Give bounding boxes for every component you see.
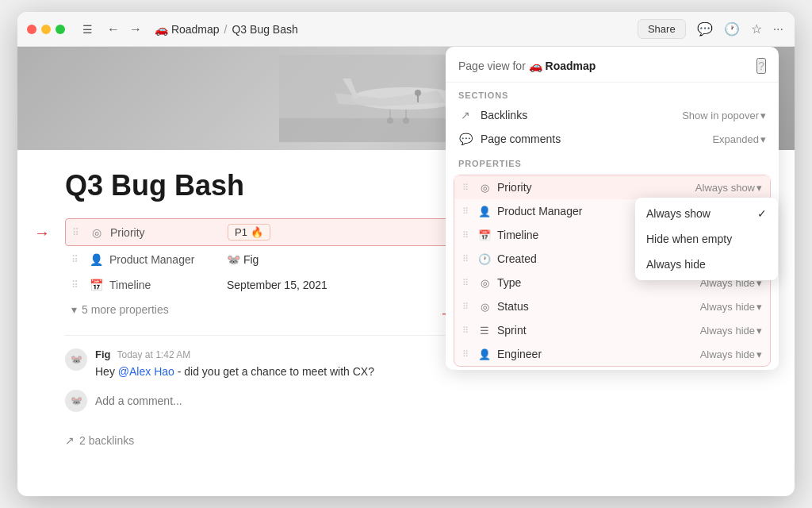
- panel-help-button[interactable]: ?: [756, 58, 766, 74]
- close-button[interactable]: [27, 25, 36, 34]
- drag-handle-icon[interactable]: ⠿: [462, 254, 472, 264]
- backlinks-panel-name: Backlinks: [481, 109, 674, 121]
- drag-handle-icon[interactable]: ⠿: [462, 302, 472, 312]
- titlebar-actions: Share 💬 🕐 ☆ ···: [638, 19, 785, 39]
- breadcrumb-root[interactable]: 🚗 Roadmap: [155, 23, 220, 36]
- product-manager-label: Product Manager: [109, 253, 220, 266]
- back-button[interactable]: ←: [104, 21, 123, 38]
- timeline-value[interactable]: September 15, 2021: [227, 279, 327, 291]
- chevron-down-icon: ▾: [756, 301, 762, 313]
- backlinks-control[interactable]: Show in popover ▾: [682, 110, 766, 121]
- panel-title: Page view for 🚗 Roadmap: [458, 60, 596, 72]
- calendar-panel-icon: 📅: [478, 229, 491, 241]
- add-comment-row: 🐭: [65, 390, 747, 412]
- priority-value[interactable]: P1 🔥: [228, 224, 270, 241]
- option-label: Always show: [646, 207, 710, 220]
- sprint-control[interactable]: Always hide ▾: [700, 325, 762, 337]
- panel-prop-sprint[interactable]: ⠿ ☰ Sprint Always hide ▾: [454, 318, 770, 342]
- comment-text-before: Hey: [95, 365, 118, 378]
- drag-handle-icon[interactable]: ⠿: [462, 183, 472, 193]
- drag-handle-icon[interactable]: ⠿: [462, 325, 472, 336]
- drag-handle-icon[interactable]: ⠿: [462, 230, 472, 241]
- breadcrumb-current[interactable]: Q3 Bug Bash: [232, 23, 297, 36]
- person-panel-icon: 👤: [478, 206, 491, 217]
- more-options-icon[interactable]: ···: [772, 20, 785, 38]
- page-view-panel: Page view for 🚗 Roadmap ? SECTIONS ↗ Bac…: [446, 47, 779, 370]
- comment-author: Fig: [95, 348, 111, 360]
- svg-point-10: [403, 117, 409, 124]
- product-manager-value[interactable]: 🐭 Fig: [227, 253, 259, 266]
- status-panel-icon: ◎: [478, 301, 491, 313]
- drag-handle-icon[interactable]: ⠿: [462, 278, 472, 288]
- titlebar: ☰ ← → 🚗 Roadmap / Q3 Bug Bash Share 💬 🕐 …: [17, 12, 795, 47]
- add-comment-input[interactable]: [95, 394, 747, 407]
- priority-control[interactable]: Always show ▾: [695, 182, 762, 194]
- minimize-button[interactable]: [41, 25, 51, 34]
- chevron-down-icon: ▾: [71, 303, 77, 316]
- option-label: Hide when empty: [646, 233, 732, 245]
- content-area: Q3 Bug Bash → ⠿ ◎ Priority P1 🔥 ⠿: [17, 47, 795, 496]
- main-window: ☰ ← → 🚗 Roadmap / Q3 Bug Bash Share 💬 🕐 …: [17, 12, 795, 496]
- backlinks-text: 2 backlinks: [79, 434, 134, 447]
- traffic-lights: [27, 25, 65, 34]
- svg-point-9: [387, 117, 393, 124]
- comments-panel-name: Page comments: [481, 133, 704, 145]
- priority-panel-icon: ◎: [478, 182, 491, 194]
- always-show-dropdown: Always show ✓ Hide when empty Always hid…: [635, 198, 778, 280]
- share-button[interactable]: Share: [638, 19, 686, 39]
- maximize-button[interactable]: [56, 25, 65, 34]
- calendar-icon: 📅: [89, 278, 103, 292]
- chevron-down-icon: ▾: [760, 133, 766, 145]
- chevron-down-icon: ▾: [756, 182, 762, 194]
- add-comment-avatar: 🐭: [65, 390, 87, 412]
- comments-panel-icon: 💬: [458, 133, 473, 145]
- panel-title-page: 🚗 Roadmap: [529, 60, 596, 72]
- panel-row-page-comments[interactable]: 💬 Page comments Expanded ▾: [446, 127, 779, 151]
- forward-button[interactable]: →: [126, 21, 145, 38]
- type-panel-icon: ◎: [478, 277, 491, 289]
- comments-icon[interactable]: 💬: [695, 20, 714, 38]
- sprint-panel-name: Sprint: [497, 324, 694, 337]
- sprint-panel-icon: ☰: [478, 325, 491, 337]
- timeline-label: Timeline: [109, 279, 220, 291]
- engineer-panel-icon: 👤: [478, 348, 491, 360]
- comment-time: Today at 1:42 AM: [117, 349, 191, 360]
- sections-label: SECTIONS: [446, 83, 779, 103]
- backlinks-section: ↗ 2 backlinks: [65, 428, 747, 447]
- priority-panel-name: Priority: [497, 181, 689, 194]
- priority-icon: ◎: [90, 225, 104, 240]
- breadcrumb-separator: /: [224, 23, 228, 36]
- engineer-control[interactable]: Always hide ▾: [700, 348, 762, 360]
- backlink-icon: ↗: [65, 434, 75, 447]
- checkmark-icon: ✓: [757, 207, 767, 220]
- dropdown-option-always-show[interactable]: Always show ✓: [635, 201, 778, 226]
- comments-control[interactable]: Expanded ▾: [712, 133, 766, 145]
- panel-prop-priority[interactable]: ⠿ ◎ Priority Always show ▾ Always show ✓…: [454, 175, 770, 199]
- panel-prop-status[interactable]: ⠿ ◎ Status Always hide ▾: [454, 294, 770, 318]
- menu-button[interactable]: ☰: [78, 21, 98, 37]
- panel-prop-engineer[interactable]: ⠿ 👤 Engineer Always hide ▾: [454, 342, 770, 366]
- drag-handle-icon[interactable]: ⠿: [462, 206, 472, 217]
- properties-panel-label: PROPERTIES: [446, 151, 779, 171]
- drag-handle-icon[interactable]: ⠿: [462, 349, 472, 360]
- panel-title-prefix: Page view for: [458, 60, 529, 72]
- history-icon[interactable]: 🕐: [722, 20, 741, 38]
- engineer-panel-name: Engineer: [497, 348, 694, 360]
- arrow-annotation-priority: →: [34, 223, 50, 241]
- dropdown-option-hide-when-empty[interactable]: Hide when empty: [635, 226, 778, 252]
- status-control[interactable]: Always hide ▾: [700, 301, 762, 313]
- bookmark-icon[interactable]: ☆: [749, 20, 764, 38]
- titlebar-icons: 💬 🕐 ☆ ···: [695, 20, 785, 38]
- backlinks-label[interactable]: ↗ 2 backlinks: [65, 434, 747, 447]
- arrow-right-icon: →: [34, 223, 50, 241]
- dropdown-option-always-hide[interactable]: Always hide: [635, 252, 778, 277]
- backlinks-panel-icon: ↗: [458, 109, 473, 121]
- drag-handle[interactable]: ⠿: [71, 279, 82, 291]
- option-label: Always hide: [646, 258, 706, 271]
- panel-row-backlinks[interactable]: ↗ Backlinks Show in popover ▾: [446, 103, 779, 127]
- comment-mention[interactable]: @Alex Hao: [118, 365, 174, 378]
- person-icon: 👤: [89, 252, 103, 267]
- priority-label: Priority: [110, 226, 221, 239]
- drag-handle[interactable]: ⠿: [71, 254, 82, 265]
- drag-handle[interactable]: ⠿: [72, 227, 83, 238]
